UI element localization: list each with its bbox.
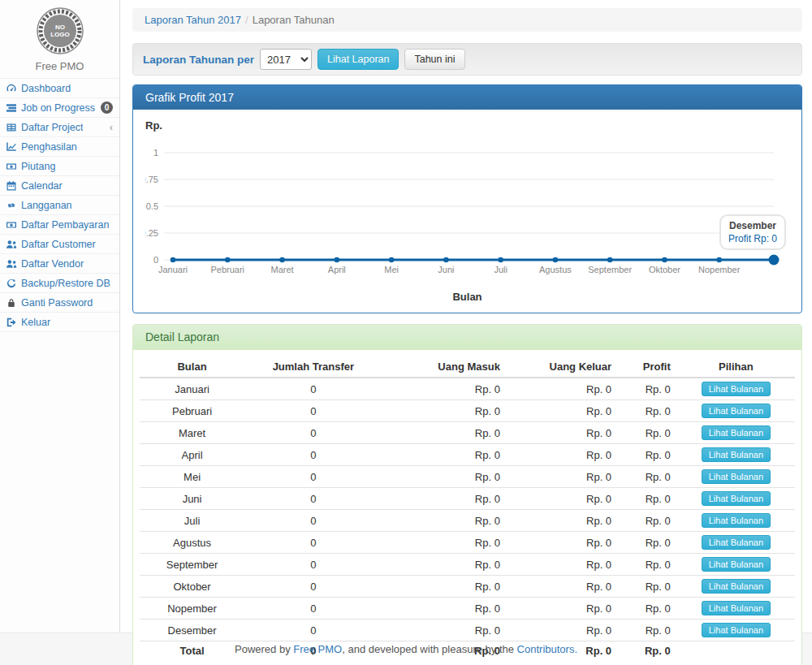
lihat-bulanan-button[interactable]: Lihat Bulanan	[702, 623, 771, 637]
sidebar: NO LOGO Free PMO DashboardJob on Progres…	[0, 0, 120, 633]
cell-pilihan: Lihat Bulanan	[677, 488, 795, 510]
cell-pilihan: Lihat Bulanan	[677, 532, 795, 554]
tooltip-month: Desember	[728, 219, 777, 232]
sidebar-item-label: Penghasilan	[21, 141, 77, 153]
free-pmo-link[interactable]: Free PMO	[293, 643, 342, 655]
cell-uang-masuk: Rp. 0	[382, 620, 507, 641]
table-row: Juli0Rp. 0Rp. 0Rp. 0Lihat Bulanan	[140, 510, 795, 532]
cell-profit: Rp. 0	[618, 576, 677, 598]
cell-uang-keluar: Rp. 0	[507, 422, 618, 444]
svg-text:Juni: Juni	[438, 265, 454, 274]
sidebar-item-daftar-vendor[interactable]: Daftar Vendor	[0, 254, 119, 274]
cell-bulan: Juni	[140, 488, 244, 510]
cell-pilihan	[677, 641, 795, 661]
detail-panel-title: Detail Laporan	[133, 325, 801, 350]
lihat-bulanan-button[interactable]: Lihat Bulanan	[702, 601, 771, 615]
sidebar-item-label: Ganti Password	[21, 297, 93, 309]
sidebar-item-ganti-password[interactable]: Ganti Password	[0, 293, 119, 313]
footer-text-middle: , and developed with pleasure by the	[342, 643, 516, 655]
tasks-icon	[6, 102, 17, 114]
sidebar-item-job-on-progress[interactable]: Job on Progress0	[0, 98, 119, 118]
cell-bulan: Oktober	[140, 576, 244, 598]
lihat-bulanan-button[interactable]: Lihat Bulanan	[702, 447, 771, 462]
table-icon	[6, 122, 17, 133]
cell-jumlah-transfer: 0	[244, 444, 382, 466]
brand-block: NO LOGO Free PMO	[0, 0, 119, 78]
sidebar-item-penghasilan[interactable]: Penghasilan	[0, 137, 119, 157]
app-window: NO LOGO Free PMO DashboardJob on Progres…	[0, 0, 812, 633]
cell-pilihan: Lihat Bulanan	[677, 598, 795, 620]
svg-text:Agustus: Agustus	[539, 265, 572, 274]
cell-uang-keluar: Rp. 0	[507, 400, 618, 422]
lihat-bulanan-button[interactable]: Lihat Bulanan	[702, 535, 771, 550]
cell-uang-masuk: Rp. 0	[382, 576, 507, 598]
lihat-bulanan-button[interactable]: Lihat Bulanan	[702, 425, 771, 440]
filter-label: Laporan Tahunan per	[143, 54, 254, 66]
cell-uang-masuk: Rp. 0	[382, 488, 507, 510]
lihat-bulanan-button[interactable]: Lihat Bulanan	[702, 404, 771, 418]
lihat-bulanan-button[interactable]: Lihat Bulanan	[702, 469, 771, 484]
breadcrumb-active: Laporan Tahunan	[253, 14, 335, 26]
cell-uang-keluar: Rp. 0	[507, 510, 618, 532]
footer-text-prefix: Powered by	[235, 643, 293, 655]
svg-text:1: 1	[153, 148, 158, 158]
col-header-pilihan: Pilihan	[677, 356, 795, 378]
sidebar-item-daftar-customer[interactable]: Daftar Customer	[0, 235, 119, 254]
svg-text:0.75: 0.75	[145, 175, 158, 184]
profit-line-chart[interactable]: 10.750.50.250JanuariPebruariMaretAprilMe…	[145, 134, 789, 284]
chart-panel-body: Rp. 10.750.50.250JanuariPebruariMaretApr…	[133, 110, 801, 313]
svg-text:September: September	[588, 265, 632, 274]
cell-bulan: Total	[140, 641, 244, 661]
table-row: Agustus0Rp. 0Rp. 0Rp. 0Lihat Bulanan	[140, 532, 795, 554]
sidebar-item-calendar[interactable]: Calendar	[0, 176, 119, 196]
cell-pilihan: Lihat Bulanan	[677, 422, 795, 444]
cell-jumlah-transfer: 0	[244, 378, 382, 400]
sidebar-item-label: Job on Progress	[21, 102, 95, 114]
refresh-icon	[6, 278, 17, 289]
cell-uang-masuk: Rp. 0	[382, 554, 507, 576]
cell-profit: Rp. 0	[618, 510, 677, 532]
table-row: Oktober0Rp. 0Rp. 0Rp. 0Lihat Bulanan	[140, 576, 795, 598]
breadcrumb-link[interactable]: Laporan Tahun 2017	[145, 14, 241, 26]
cell-uang-keluar: Rp. 0	[507, 488, 618, 510]
cell-profit: Rp. 0	[618, 641, 677, 661]
sidebar-item-label: Daftar Pembayaran	[21, 219, 109, 231]
cell-profit: Rp. 0	[618, 554, 677, 576]
lihat-laporan-button[interactable]: Lihat Laporan	[317, 49, 399, 70]
year-select[interactable]: 2017	[260, 49, 312, 70]
sidebar-item-langganan[interactable]: Langganan	[0, 196, 119, 215]
tahun-ini-button[interactable]: Tahun ini	[404, 49, 464, 70]
sidebar-item-keluar[interactable]: Keluar	[0, 313, 119, 332]
sidebar-item-daftar-project[interactable]: Daftar Project‹	[0, 118, 119, 137]
sidebar-item-backup-restore-db[interactable]: Backup/Restore DB	[0, 274, 119, 293]
sidebar-item-daftar-pembayaran[interactable]: Daftar Pembayaran	[0, 215, 119, 235]
cell-bulan: September	[140, 554, 244, 576]
money-icon	[6, 219, 17, 231]
sidebar-item-label: Dashboard	[21, 83, 71, 94]
cell-bulan: Januari	[140, 378, 244, 400]
money-icon	[6, 161, 17, 172]
detail-report-panel: Detail Laporan Bulan Jumlah Transfer Uan…	[132, 324, 802, 665]
chart-y-axis-label: Rp.	[145, 119, 789, 132]
cell-profit: Rp. 0	[618, 620, 677, 641]
sidebar-item-label: Daftar Customer	[21, 239, 96, 250]
svg-text:Juli: Juli	[494, 265, 508, 274]
cell-uang-keluar: Rp. 0	[507, 466, 618, 488]
lihat-bulanan-button[interactable]: Lihat Bulanan	[702, 513, 771, 528]
retweet-icon	[6, 200, 17, 211]
cell-uang-masuk: Rp. 0	[382, 510, 507, 532]
lihat-bulanan-button[interactable]: Lihat Bulanan	[702, 579, 771, 594]
sidebar-item-piutang[interactable]: Piutang	[0, 157, 119, 176]
report-table-body: Januari0Rp. 0Rp. 0Rp. 0Lihat BulananPebr…	[140, 378, 795, 661]
contributors-link[interactable]: Contributors.	[517, 643, 577, 655]
detail-panel-body: Bulan Jumlah Transfer Uang Masuk Uang Ke…	[133, 350, 801, 665]
lihat-bulanan-button[interactable]: Lihat Bulanan	[702, 491, 771, 506]
cell-bulan: Desember	[140, 620, 244, 641]
sidebar-item-label: Daftar Project	[21, 122, 83, 133]
col-header-uang-keluar: Uang Keluar	[507, 356, 618, 378]
lihat-bulanan-button[interactable]: Lihat Bulanan	[702, 382, 771, 396]
sidebar-item-dashboard[interactable]: Dashboard	[0, 79, 119, 98]
chart-canvas[interactable]: 10.750.50.250JanuariPebruariMaretAprilMe…	[145, 134, 792, 284]
lihat-bulanan-button[interactable]: Lihat Bulanan	[702, 557, 771, 572]
table-row: Mei0Rp. 0Rp. 0Rp. 0Lihat Bulanan	[140, 466, 795, 488]
